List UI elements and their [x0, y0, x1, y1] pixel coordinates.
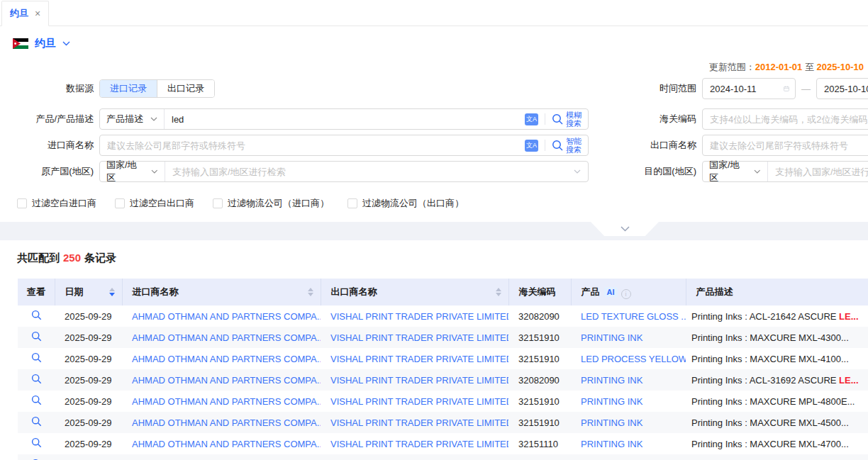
cell-importer-link[interactable]: AHMAD OTHMAN AND PARTNERS COMPA... — [122, 391, 321, 412]
view-record-icon[interactable] — [31, 310, 42, 320]
cell-exporter-link[interactable]: VISHAL PRINT TRADER PRIVATE LIMITED — [321, 412, 508, 433]
origin-type-select[interactable]: 国家/地区 — [100, 162, 165, 181]
cell-importer-link[interactable]: AHMAD OTHMAN AND PARTNERS COMPA... — [122, 327, 321, 348]
cell-description: Printing Inks : MAXCURE MPL-4800E... — [686, 391, 868, 412]
cell-product-link[interactable]: LED PROCESS YELLOW... — [571, 348, 686, 369]
table-row: 2025-09-29AHMAD OTHMAN AND PARTNERS COMP… — [18, 412, 868, 433]
view-record-icon[interactable] — [31, 352, 42, 363]
sort-date-button[interactable] — [109, 288, 115, 296]
cell-product-link[interactable]: PRINTING INK — [571, 369, 686, 391]
cell-importer-link[interactable]: AHMAD OTHMAN AND PARTNERS COMPA... — [122, 305, 321, 327]
divider — [545, 113, 545, 125]
cell-product-link[interactable]: PRINTING INK — [571, 433, 686, 454]
filter-blank-exporter[interactable]: 过滤空白出口商 — [115, 197, 194, 210]
export-records-button[interactable]: 出口记录 — [157, 80, 214, 97]
filter-blank-importer[interactable]: 过滤空白进口商 — [17, 197, 96, 210]
cell-exporter-link[interactable]: CÔNG TY TNHH ĐIỆN TỬ SAMSUNG HCMC... — [321, 454, 508, 460]
product-label: 产品/产品描述 — [0, 113, 99, 125]
result-count: 共匹配到250条记录 — [0, 252, 868, 265]
translate-icon[interactable] — [525, 113, 538, 125]
filter-checkboxes: 过滤空白进口商 过滤空白出口商 过滤物流公司（进口商） 过滤物流公司（出口商） — [0, 197, 868, 210]
cell-exporter-link[interactable]: VISHAL PRINT TRADER PRIVATE LIMITED — [321, 433, 508, 454]
importer-input[interactable] — [100, 135, 525, 155]
product-search-field: 产品描述 模糊搜索 — [99, 108, 589, 130]
table-row: 2025-09-29AHMAD OTHMAN AND PARTNERS COMP… — [18, 305, 868, 327]
cell-importer-link[interactable]: AHMAD OTHMAN AND PARTNERS COMPA... — [122, 412, 321, 433]
table-row: 2025-09-13SAMSUNG ELECTRONICS CO LTDCÔNG… — [18, 454, 868, 460]
info-icon[interactable] — [621, 289, 631, 299]
cell-exporter-link[interactable]: VISHAL PRINT TRADER PRIVATE LIMITED — [321, 327, 508, 348]
table-row: 2025-09-29AHMAD OTHMAN AND PARTNERS COMP… — [18, 348, 868, 369]
cell-importer-link[interactable]: AHMAD OTHMAN AND PARTNERS COMPA... — [122, 433, 321, 454]
calendar-icon — [784, 84, 789, 94]
cell-hs-code: 32082090 — [508, 305, 571, 327]
date-separator: — — [801, 84, 811, 94]
cell-product-link[interactable]: PRINTING INK — [571, 327, 686, 348]
cell-importer-link[interactable]: SAMSUNG ELECTRONICS CO LTD — [122, 454, 321, 460]
header-view: 查看 — [18, 279, 55, 305]
cell-importer-link[interactable]: AHMAD OTHMAN AND PARTNERS COMPA... — [122, 348, 321, 369]
cell-hs-code: 32082090 — [508, 369, 571, 391]
search-form: 更新范围：2012-01-01 至 2025-10-10 数据源 进口记录 出口… — [0, 61, 868, 210]
cell-exporter-link[interactable]: VISHAL PRINT TRADER PRIVATE LIMITED — [321, 305, 508, 327]
sort-importer-button[interactable] — [308, 288, 313, 296]
view-record-icon[interactable] — [31, 374, 42, 384]
view-record-icon[interactable] — [31, 416, 42, 427]
filter-logistics-exporter[interactable]: 过滤物流公司（出口商） — [347, 197, 464, 210]
cell-description: LS32FM801UMXUE#&MÀN HÌNH VI ... — [686, 454, 868, 460]
cell-product-link[interactable]: LED TEXTURE GLOSS ... — [571, 305, 686, 327]
cell-product-link[interactable]: PRINTING INK — [571, 391, 686, 412]
view-record-icon[interactable] — [31, 331, 42, 342]
country-header: 约旦 — [0, 26, 868, 51]
date-start-input[interactable] — [703, 79, 784, 99]
checkbox-icon[interactable] — [115, 198, 125, 208]
filter-logistics-importer[interactable]: 过滤物流公司（进口商） — [213, 197, 329, 210]
chevron-down-icon — [621, 226, 630, 232]
smart-search-button[interactable]: 智能搜索 — [552, 137, 588, 154]
cell-date: 2025-09-13 — [55, 454, 122, 460]
hs-code-input[interactable] — [703, 109, 868, 129]
destination-label: 目的国(地区) — [589, 165, 702, 178]
cell-importer-link[interactable]: AHMAD OTHMAN AND PARTNERS COMPA... — [122, 369, 321, 391]
chevron-down-icon — [754, 169, 761, 174]
origin-input[interactable] — [165, 162, 571, 181]
date-start-field[interactable] — [702, 78, 796, 99]
cell-exporter-link[interactable]: VISHAL PRINT TRADER PRIVATE LIMITED — [321, 348, 508, 369]
fuzzy-search-button[interactable]: 模糊搜索 — [552, 111, 588, 128]
close-icon[interactable]: × — [35, 9, 40, 18]
exporter-input[interactable] — [703, 135, 868, 155]
tab-jordan[interactable]: 约旦 × — [1, 1, 49, 26]
translate-icon[interactable] — [525, 140, 538, 152]
hs-code-label: 海关编码 — [589, 113, 702, 125]
hs-code-field[interactable] — [702, 108, 868, 130]
table-row: 2025-09-29AHMAD OTHMAN AND PARTNERS COMP… — [18, 369, 868, 391]
checkbox-icon[interactable] — [17, 198, 27, 208]
checkbox-icon[interactable] — [213, 198, 223, 208]
product-search-input[interactable] — [165, 109, 525, 129]
destination-type-select[interactable]: 国家/地区 — [703, 162, 768, 181]
results-table: 查看 日期 进口商名称 出口商名称 海关编码 产品AI 产品描述 2025-09… — [18, 279, 868, 460]
view-record-icon[interactable] — [31, 437, 42, 448]
cell-product-link[interactable]: LED MONITOR — [571, 454, 686, 460]
origin-label: 原产国(地区) — [0, 165, 99, 178]
cell-product-link[interactable]: PRINTING INK — [571, 412, 686, 433]
view-record-icon[interactable] — [31, 395, 42, 405]
cell-view — [18, 412, 55, 433]
import-records-button[interactable]: 进口记录 — [100, 80, 157, 97]
chevron-down-icon[interactable] — [62, 41, 70, 46]
tab-bar: 约旦 × — [0, 0, 868, 26]
date-end-input[interactable] — [817, 79, 868, 99]
cell-exporter-link[interactable]: VISHAL PRINT TRADER PRIVATE LIMITED — [321, 369, 508, 391]
collapse-panel-button[interactable] — [591, 222, 659, 236]
result-count-number: 250 — [63, 252, 81, 264]
product-type-select[interactable]: 产品描述 — [100, 109, 165, 129]
exporter-field[interactable] — [702, 135, 868, 156]
cell-description: Printing Inks : MAXCURE MXL-4500... — [686, 412, 868, 433]
checkbox-icon[interactable] — [347, 198, 357, 208]
sort-exporter-button[interactable] — [496, 288, 501, 296]
cell-exporter-link[interactable]: VISHAL PRINT TRADER PRIVATE LIMITED — [321, 391, 508, 412]
destination-input[interactable] — [768, 162, 868, 181]
cell-hs-code: 32151910 — [508, 412, 571, 433]
date-end-field[interactable] — [816, 78, 868, 99]
cell-hs-code: 32151110 — [508, 433, 571, 454]
